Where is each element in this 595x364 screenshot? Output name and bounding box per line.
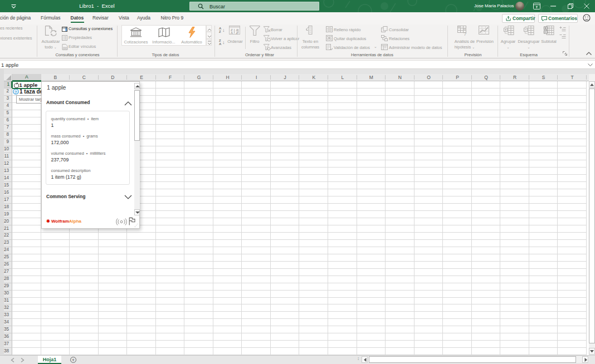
svg-text:?: ?	[464, 31, 466, 36]
svg-text:A: A	[231, 31, 233, 35]
svg-text:?: ?	[14, 90, 17, 95]
svg-text:Z: Z	[236, 31, 238, 35]
